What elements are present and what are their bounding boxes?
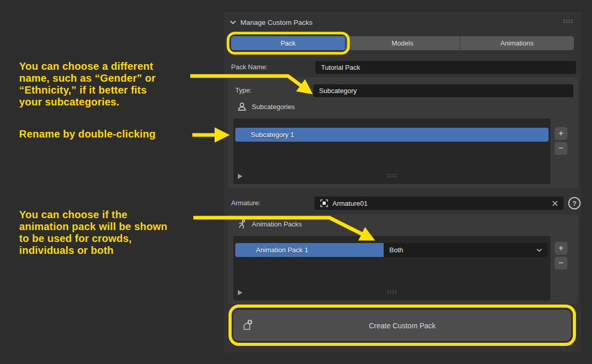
animation-pack-scope-value: Both	[389, 246, 403, 254]
list-expand-triangle-icon[interactable]	[238, 290, 242, 295]
subcategories-box: Type: Subcategory Subcategories Subcateg…	[228, 78, 578, 188]
new-collection-icon	[241, 318, 253, 332]
subcategories-list-controls: + −	[554, 127, 568, 155]
tab-pack[interactable]: Pack	[231, 36, 345, 50]
running-figure-icon	[236, 219, 247, 230]
armature-value: Armature01	[332, 200, 548, 207]
create-custom-pack-button[interactable]: Create Custom Pack	[234, 310, 571, 341]
tab-bar: Pack Models Animations	[231, 36, 574, 50]
type-label: Type:	[235, 86, 252, 94]
add-subcategory-button[interactable]: +	[554, 127, 568, 140]
annotation-note-type: You can choose a different name, such as…	[19, 60, 156, 108]
subcategories-list: Subcategory 1	[233, 118, 551, 185]
annotation-line: You can choose if the	[19, 209, 168, 221]
tab-animations[interactable]: Animations	[460, 36, 574, 50]
animation-packs-box: Animation Packs Animation Pack 1 Both	[228, 215, 578, 304]
list-item-subcategory[interactable]: Subcategory 1	[235, 128, 549, 142]
annotation-line: to be used for crowds,	[19, 233, 168, 245]
subcategory-name: Subcategory 1	[235, 131, 294, 139]
type-input[interactable]: Subcategory	[313, 84, 573, 97]
annotation-line: “Ethnicity,” if it better fits	[19, 84, 156, 96]
pack-name-label: Pack Name:	[231, 63, 268, 71]
add-animation-pack-button[interactable]: +	[554, 241, 568, 255]
screenshot-stage: You can choose a different name, such as…	[0, 0, 592, 364]
animation-pack-scope-dropdown[interactable]: Both	[384, 243, 548, 257]
tab-models[interactable]: Models	[345, 36, 460, 50]
remove-animation-pack-button[interactable]: −	[554, 256, 568, 270]
list-expand-triangle-icon[interactable]	[238, 174, 242, 179]
create-custom-pack-label: Create Custom Pack	[369, 322, 435, 330]
object-data-icon	[320, 199, 328, 207]
remove-subcategory-button[interactable]: −	[554, 142, 568, 155]
animation-pack-name-cell[interactable]: Animation Pack 1	[235, 243, 384, 257]
person-icon	[237, 101, 247, 112]
manage-custom-packs-panel: Manage Custom Packs Pack Models Animatio…	[224, 11, 581, 353]
annotation-note-animscope: You can choose if the animation pack wil…	[19, 209, 168, 256]
list-resize-grip-icon[interactable]	[387, 174, 397, 178]
list-resize-grip-icon[interactable]	[387, 290, 397, 294]
animation-packs-list: Animation Pack 1 Both	[233, 235, 551, 301]
panel-header[interactable]: Manage Custom Packs	[230, 17, 313, 28]
list-item-animation-pack: Animation Pack 1 Both	[235, 243, 548, 257]
annotation-line: Rename by double-clicking	[19, 128, 156, 140]
help-icon[interactable]: ?	[568, 197, 581, 209]
help-glyph: ?	[572, 200, 576, 207]
chevron-down-icon	[230, 21, 236, 24]
animation-pack-name: Animation Pack 1	[235, 246, 308, 254]
annotation-line: animation pack will be shown	[19, 221, 168, 233]
panel-title: Manage Custom Packs	[240, 19, 313, 26]
clear-x-icon[interactable]	[552, 201, 558, 206]
subcategories-header: Subcategories	[237, 101, 295, 112]
panel-drag-handle-icon[interactable]	[563, 19, 573, 23]
subcategories-header-label: Subcategories	[252, 103, 295, 111]
type-value: Subcategory	[319, 87, 357, 95]
annotation-line: individuals or both	[19, 245, 168, 256]
annotation-note-rename: Rename by double-clicking	[19, 128, 156, 140]
chevron-down-icon	[537, 249, 542, 252]
armature-label: Armature:	[231, 199, 261, 207]
annotation-line: You can choose a different	[19, 60, 156, 72]
animation-packs-header: Animation Packs	[236, 219, 302, 230]
animation-packs-list-controls: + −	[554, 241, 568, 270]
pack-name-value: Tutorial Pack	[321, 64, 360, 71]
animation-packs-header-label: Animation Packs	[252, 220, 302, 228]
armature-input[interactable]: Armature01	[314, 196, 564, 210]
pack-name-input[interactable]: Tutorial Pack	[315, 61, 576, 74]
annotation-line: your subcategories.	[19, 96, 156, 108]
annotation-line: name, such as “Gender” or	[19, 72, 156, 84]
